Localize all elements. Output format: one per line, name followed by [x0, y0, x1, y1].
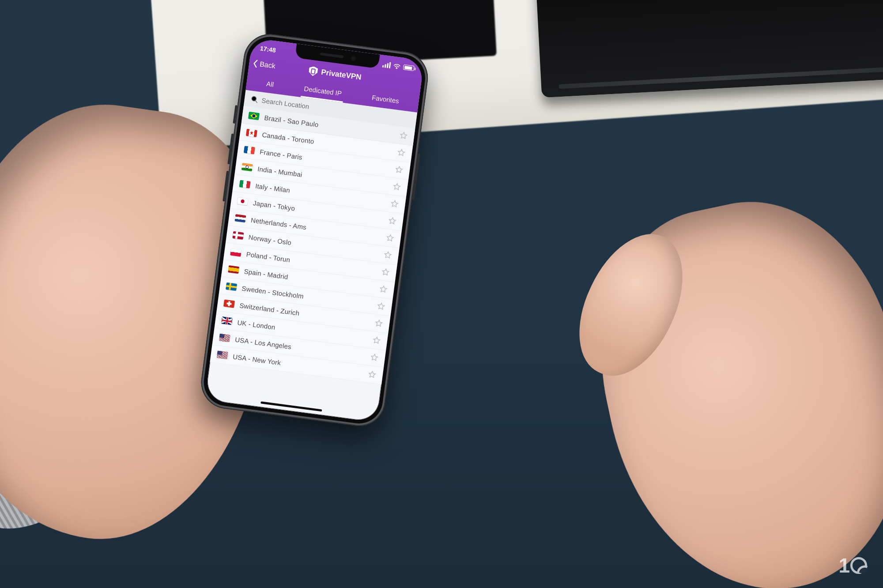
shield-lock-icon	[308, 66, 318, 76]
favorite-star-icon[interactable]	[383, 250, 392, 260]
favorite-star-icon[interactable]	[378, 284, 388, 294]
flag-icon	[244, 146, 255, 154]
svg-point-0	[252, 96, 257, 101]
back-button[interactable]: Back	[252, 54, 277, 75]
flag-icon	[223, 299, 235, 308]
favorite-star-icon[interactable]	[372, 335, 381, 345]
battery-icon	[403, 64, 415, 71]
favorite-star-icon[interactable]	[367, 369, 377, 379]
earpiece	[320, 53, 343, 58]
flag-icon	[248, 112, 260, 120]
flag-icon	[230, 248, 242, 256]
flag-icon	[228, 265, 239, 274]
back-label: Back	[259, 60, 276, 70]
favorite-star-icon[interactable]	[376, 302, 386, 311]
home-indicator[interactable]	[260, 401, 322, 411]
front-camera	[351, 56, 355, 60]
watermark-logo: 10 1	[838, 554, 867, 577]
wifi-icon	[393, 63, 401, 69]
brand-name: PrivateVPN	[321, 68, 362, 82]
flag-icon	[239, 180, 251, 188]
favorite-star-icon[interactable]	[374, 318, 384, 328]
flag-icon	[235, 214, 246, 222]
search-icon	[250, 95, 259, 103]
favorite-star-icon[interactable]	[389, 199, 399, 209]
flag-icon	[232, 231, 244, 240]
flag-icon	[237, 197, 249, 205]
favorite-star-icon[interactable]	[399, 131, 408, 140]
app-brand: PrivateVPN	[308, 66, 362, 82]
chevron-left-icon	[252, 59, 258, 68]
cellular-signal-icon	[382, 61, 391, 68]
favorite-star-icon[interactable]	[394, 165, 404, 174]
flag-icon	[219, 334, 230, 342]
status-time: 17:48	[260, 45, 276, 54]
location-list: Brazil - Sao PauloCanada - TorontoFrance…	[210, 106, 415, 384]
favorite-star-icon[interactable]	[381, 267, 390, 277]
flag-icon	[246, 129, 257, 137]
flag-icon	[217, 351, 228, 359]
favorite-star-icon[interactable]	[370, 353, 379, 362]
svg-line-1	[255, 101, 257, 102]
flag-icon	[242, 163, 253, 171]
flag-icon	[226, 283, 237, 291]
tab-all[interactable]: All	[263, 75, 278, 94]
flag-icon	[221, 317, 233, 325]
favorite-star-icon[interactable]	[392, 182, 402, 192]
favorite-star-icon[interactable]	[396, 148, 406, 158]
favorite-star-icon[interactable]	[385, 233, 395, 243]
favorite-star-icon[interactable]	[387, 216, 397, 226]
search-placeholder: Search Location	[261, 97, 310, 110]
